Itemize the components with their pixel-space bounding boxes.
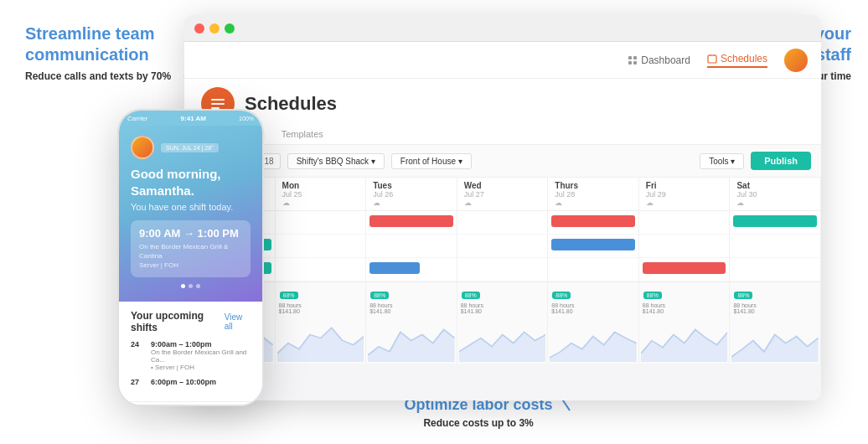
tools-button[interactable]: Tools ▾ [700,153,744,169]
phone-body: Your upcoming shifts View all 24 9:00am … [119,302,262,401]
svg-rect-6 [628,61,632,65]
day-thurs: Thurs Jul 28 ☁ [548,178,639,210]
day-wed: Wed Jul 27 ☁ [457,178,549,210]
shift2-info: 6:00pm – 10:00pm [151,378,251,386]
left-annotation: Streamline team communication Reduce cal… [25,23,193,82]
desktop-mockup: Dashboard Schedules Schedules Map Agents… [184,15,821,400]
phone-avatar-row: SUN, JUL 24 | 28° [131,136,251,159]
phone-hero: SUN, JUL 24 | 28° Good morning, Samantha… [119,126,262,302]
day-tues: Tues Jul 26 ☁ [366,178,457,210]
nav-schedules[interactable]: Schedules [707,53,767,68]
phone-carrier: Carrier [127,115,147,122]
shift1-date: 24 [131,340,144,348]
chart-row [184,318,821,364]
close-button[interactable] [194,23,204,34]
day-mon: Mon Jul 25 ☁ [276,178,367,210]
minimize-button[interactable] [209,23,220,34]
shifts-header: Your upcoming shifts View all [131,310,251,333]
nav-dashboard[interactable]: Dashboard [628,54,690,66]
sub-tabs: Map Agents Templates [184,121,821,145]
shift1-role: • Server | FOH [151,364,251,371]
shift1-time: 9:00am – 1:00pm [151,340,251,348]
shift-row-2 [184,235,821,258]
location-selector[interactable]: Shifty's BBQ Shack ▾ [287,153,385,169]
shifts-title: Your upcoming shifts [131,310,225,333]
phone-shift-time: 9:00 AM → 1:00 PM [139,227,242,240]
shift1-location: On the Border Mexican Grill and Ca... [151,348,251,364]
publish-button[interactable]: Publish [751,152,811,170]
nav-avatar[interactable] [784,49,808,72]
phone-date-badge: SUN, JUL 24 | 28° [161,143,219,152]
titlebar [184,15,821,42]
phone-bottom-nav: ⏰ 📅 📋 💬 ☰ [119,401,262,406]
app-title: Schedules [245,93,337,115]
svg-marker-14 [459,332,546,362]
shift-item-1: 24 9:00am – 1:00pm On the Border Mexican… [131,340,251,371]
schedule-grid: Sun Jul 24 ☁ Mon Jul 25 ☁ Tues Jul 26 ☁ … [184,178,821,364]
phone-avatar [131,136,154,159]
shift2-time: 6:00pm – 10:00pm [151,378,251,386]
shift-rows [184,211,821,281]
phone-time: 9:41 AM [181,115,206,122]
phone-statusbar: Carrier 9:41 AM 100% [119,111,262,126]
left-subtext: Reduce calls and texts by 70% [25,70,193,82]
left-headline: Streamline team communication [25,23,193,65]
summary-row: 88% 88 hours$141.80 88% 88 hours$141.80 … [184,281,821,318]
schedule-toolbar: ‹ › Jul 18 Shifty's BBQ Shack ▾ Front of… [184,145,821,178]
maximize-button[interactable] [225,23,235,34]
svg-rect-4 [628,56,632,59]
bottom-subtext: Reduce costs up to 3% [405,417,553,429]
shift-row-3 [184,258,821,281]
day-sat: Sat Jul 30 ☁ [730,178,821,210]
area-selector[interactable]: Front of House ▾ [391,153,472,169]
view-all-link[interactable]: View all [225,312,251,331]
svg-rect-7 [633,61,637,65]
app-title-area: Schedules [184,79,821,121]
svg-marker-16 [641,329,728,362]
svg-marker-17 [731,334,819,362]
dot-2 [189,284,193,288]
phone-mockup: Carrier 9:41 AM 100% SUN, JUL 24 | 28° G… [117,109,264,406]
svg-marker-12 [277,328,364,362]
svg-rect-5 [633,56,637,59]
shift1-info: 9:00am – 1:00pm On the Border Mexican Gr… [151,340,251,371]
phone-greeting: Good morning, Samantha. [131,166,251,199]
phone-subgreeting: You have one shift today. [131,202,251,212]
shift-row-1 [184,211,821,235]
phone-shift-detail: On the Border Mexican Grill & CantinaSer… [139,242,242,271]
bottom-annotation: Optimize labor costs Reduce costs up to … [405,396,553,429]
nav-bar: Dashboard Schedules [184,42,821,79]
schedule-header: Sun Jul 24 ☁ Mon Jul 25 ☁ Tues Jul 26 ☁ … [184,178,821,211]
sub-tab-templates[interactable]: Templates [282,124,323,144]
dot-3 [196,284,200,288]
phone-pagination-dots [131,284,251,288]
shift2-date: 27 [131,378,144,386]
svg-rect-8 [708,55,716,63]
svg-marker-13 [368,329,455,362]
phone-battery: 100% [239,116,254,121]
day-fri: Fri Jul 29 ☁ [639,178,731,210]
traffic-lights [194,23,235,34]
shift-item-2: 27 6:00pm – 10:00pm [131,378,251,386]
phone-shift-card: 9:00 AM → 1:00 PM On the Border Mexican … [131,220,251,277]
dot-1 [181,284,185,288]
